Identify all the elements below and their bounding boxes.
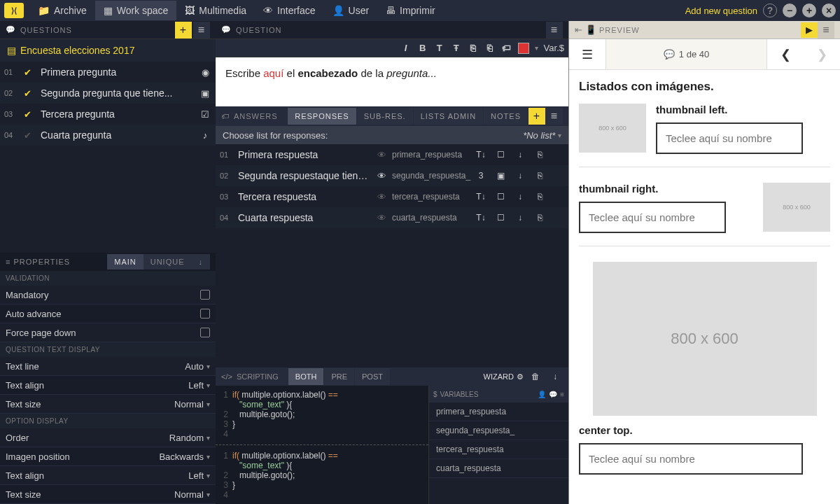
answer-row[interactable]: 02Segunda respuestaque tiene...👁segunda_… — [216, 165, 568, 186]
tag-button[interactable]: 🏷 — [501, 43, 512, 53]
question-row[interactable]: 01✔Primera pregunta◉ — [0, 62, 216, 83]
menu-icon[interactable]: ≡ — [560, 391, 564, 398]
copy-icon[interactable]: ⎘ — [532, 192, 547, 202]
chevron-down-icon[interactable]: ▾ — [535, 44, 538, 52]
menu-archive[interactable]: 📁Archive — [29, 1, 95, 20]
add-button[interactable]: + — [802, 4, 816, 18]
checkbox-icon[interactable] — [200, 290, 210, 300]
survey-title[interactable]: ▤Encuesta elecciones 2017 — [0, 39, 216, 62]
preview-menu-button[interactable]: ≡ — [818, 22, 834, 38]
menu-user[interactable]: 👤User — [324, 1, 378, 20]
tab-down[interactable]: ↓ — [192, 254, 211, 270]
text-button[interactable]: T — [434, 43, 445, 53]
tab-post[interactable]: POST — [355, 368, 390, 385]
prop-textline[interactable]: Text lineAuto▾ — [0, 357, 216, 376]
image-icon[interactable]: ▣ — [493, 171, 508, 181]
chevron-down-icon: ▾ — [206, 434, 210, 442]
copy-icon[interactable]: ⎘ — [532, 150, 547, 160]
tab-notes[interactable]: NOTES — [484, 108, 528, 125]
down-icon[interactable]: ↓ — [512, 213, 528, 223]
copy-icon[interactable]: ⎘ — [532, 213, 547, 223]
prop-order[interactable]: OrderRandom▾ — [0, 428, 216, 447]
bold-button[interactable]: B — [417, 43, 428, 53]
prop-textalign2[interactable]: Text alignLeft▾ — [0, 466, 216, 485]
eye-icon[interactable]: 👁 — [375, 171, 388, 181]
answer-row[interactable]: 03Tercera respuesta👁tercera_respuestaT↓☐… — [216, 186, 568, 207]
answer-row[interactable]: 01Primera respuesta👁primera_respuestaT↓☐… — [216, 144, 568, 165]
var-button[interactable]: Var.$ — [544, 43, 564, 53]
code-editor-pre[interactable]: 1if( multiple.optionx.label() == "some_t… — [216, 386, 428, 504]
play-button[interactable]: ▶ — [801, 22, 818, 38]
tab-unique[interactable]: UNIQUE — [144, 254, 192, 270]
name-input-right[interactable] — [579, 202, 726, 233]
add-question-button[interactable]: + — [175, 22, 192, 38]
prop-autoadvance[interactable]: Auto advance — [0, 304, 216, 323]
expand-icon[interactable]: ⇤ — [575, 24, 582, 35]
prop-imgpos[interactable]: Imagen positionBackwards▾ — [0, 447, 216, 466]
checkbox-icon[interactable] — [200, 328, 210, 337]
strike-button[interactable]: Ŧ — [451, 43, 462, 53]
question-row[interactable]: 04✔Cuarta pregunta♪ — [0, 125, 216, 146]
down-icon[interactable]: ↓ — [512, 150, 528, 160]
help-button[interactable]: ? — [763, 4, 777, 18]
tab-main[interactable]: MAIN — [107, 254, 144, 270]
down-icon[interactable]: ↓ — [547, 372, 563, 382]
question-row[interactable]: 02✔Segunda pregunta que tiene...▣ — [0, 83, 216, 104]
tab-pre[interactable]: PRE — [324, 368, 354, 385]
eye-icon[interactable]: 👁 — [375, 192, 388, 202]
eye-icon[interactable]: 👁 — [375, 213, 388, 223]
paste-button[interactable]: ⎗ — [484, 43, 496, 53]
tab-responses[interactable]: RESPONSES — [288, 108, 356, 125]
menu-workspace[interactable]: ▦Work space — [95, 1, 177, 20]
question-row[interactable]: 03✔Tercera pregunta☑ — [0, 104, 216, 125]
variable-item[interactable]: primera_respuesta — [429, 402, 568, 421]
close-button[interactable]: × — [822, 4, 836, 18]
user-icon[interactable]: 👤 — [538, 391, 546, 398]
tab-both[interactable]: BOTH — [288, 368, 324, 385]
box-icon[interactable]: ☐ — [493, 213, 508, 223]
variable-item[interactable]: segunda_respuesta_ — [429, 421, 568, 440]
copy-button[interactable]: ⎘ — [468, 43, 479, 53]
answer-row[interactable]: 04Cuarta respuesta👁cuarta_respuestaT↓☐↓⎘ — [216, 207, 568, 228]
prop-textsize2[interactable]: Text sizeNormal▾ — [0, 485, 216, 504]
question-menu-button[interactable]: ≡ — [546, 22, 563, 38]
box-icon[interactable]: ☐ — [493, 192, 508, 202]
down-icon[interactable]: ↓ — [512, 192, 528, 202]
add-answer-button[interactable]: + — [528, 108, 545, 125]
wizard-button[interactable]: WIZARD ⚙ — [484, 372, 524, 382]
questions-menu-button[interactable]: ≡ — [193, 22, 210, 38]
prev-button[interactable]: ❮ — [767, 39, 804, 70]
copy-icon[interactable]: ⎘ — [532, 171, 547, 181]
name-input-left[interactable] — [656, 122, 803, 154]
trash-icon[interactable]: 🗑 — [528, 372, 543, 382]
preview-header: ⇤ 📱 PREVIEW ▶ ≡ — [569, 21, 840, 39]
prop-textsize[interactable]: Text sizeNormal▾ — [0, 395, 216, 414]
chat-icon[interactable]: 💬 — [549, 391, 557, 398]
check-icon: ✔ — [24, 88, 35, 99]
question-editor[interactable]: Escribe aquí el encabezado de la pregunt… — [216, 57, 568, 106]
color-swatch[interactable] — [518, 43, 529, 54]
minimize-button[interactable]: − — [783, 4, 797, 18]
menu-print[interactable]: 🖶Imprimir — [377, 1, 444, 20]
variable-item[interactable]: tercera_respuesta — [429, 440, 568, 459]
box-icon[interactable]: ☐ — [493, 150, 508, 160]
prop-mandatory[interactable]: Mandatory — [0, 286, 216, 304]
italic-button[interactable]: I — [400, 43, 412, 53]
app-logo[interactable]: ⟩⟨ — [4, 3, 24, 18]
checkbox-icon[interactable] — [200, 309, 210, 318]
prop-forcepage[interactable]: Force page down — [0, 323, 216, 342]
list-selector[interactable]: Choose list for responses: *No list* ▾ — [216, 126, 568, 144]
add-question-link[interactable]: Add new question — [685, 6, 757, 16]
eye-icon[interactable]: 👁 — [375, 150, 388, 160]
answers-menu-button[interactable]: ≡ — [546, 108, 563, 125]
menu-interface[interactable]: 👁Interface — [255, 1, 323, 20]
tab-subres[interactable]: SUB-RES. — [357, 108, 413, 125]
menu-multimedia[interactable]: 🖼Multimedia — [176, 1, 255, 20]
tab-lists[interactable]: LISTS ADMIN — [414, 108, 483, 125]
variable-item[interactable]: cuarta_respuesta — [429, 459, 568, 478]
prop-textalign[interactable]: Text alignLeft▾ — [0, 376, 216, 395]
down-icon[interactable]: ↓ — [512, 171, 528, 181]
name-input-center[interactable] — [579, 443, 803, 475]
hamburger-button[interactable]: ☰ — [569, 39, 606, 70]
next-button[interactable]: ❯ — [804, 39, 840, 70]
